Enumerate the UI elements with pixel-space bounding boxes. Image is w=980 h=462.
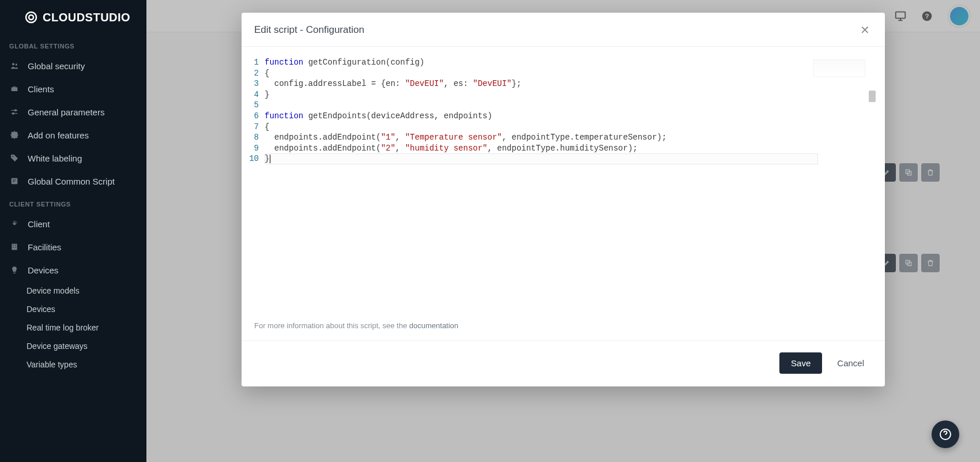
sidebar-subitem-devices[interactable]: Devices — [0, 300, 146, 318]
sidebar-item-label: General parameters — [28, 107, 104, 117]
code-area[interactable]: function getConfiguration(config){ confi… — [265, 57, 885, 319]
sidebar-item-facilities[interactable]: Facilities — [0, 235, 146, 258]
main-area: DEMO ▾ ? Edit script - Configura — [146, 0, 980, 462]
sidebar-subitem-variable-types[interactable]: Variable types — [0, 355, 146, 374]
sidebar-item-clients[interactable]: Clients — [0, 77, 146, 100]
code-line[interactable]: endpoints.addEndpoint("1", "Temperature … — [265, 132, 816, 143]
line-number: 10 — [242, 153, 259, 164]
cancel-button[interactable]: Cancel — [832, 352, 869, 374]
modal-header: Edit script - Configuration ✕ — [242, 13, 885, 47]
briefcase-icon — [9, 84, 20, 94]
sidebar-subitem-device-models[interactable]: Device models — [0, 281, 146, 300]
app-root: CLOUDSTUDIO GLOBAL SETTINGS Global secur… — [0, 0, 980, 462]
modal-body: 12345678910 function getConfiguration(co… — [242, 47, 885, 340]
building-icon — [9, 242, 20, 252]
sidebar-item-global-common-script[interactable]: Global Common Script — [0, 170, 146, 193]
svg-point-0 — [26, 12, 36, 22]
sidebar-subitem-real-time-log-broker[interactable]: Real time log broker — [0, 318, 146, 337]
code-editor[interactable]: 12345678910 function getConfiguration(co… — [242, 47, 885, 319]
close-icon[interactable]: ✕ — [858, 22, 872, 38]
modal-title: Edit script - Configuration — [254, 24, 364, 36]
sidebar-list-client: ClientFacilitiesDevices — [0, 212, 146, 281]
code-line[interactable]: config.addressLabel = {en: "DevEUI", es:… — [265, 78, 816, 89]
line-number: 4 — [242, 89, 259, 100]
code-line[interactable]: function getEndpoints(deviceAddress, end… — [265, 111, 816, 122]
sidebar-item-white-labeling[interactable]: White labeling — [0, 147, 146, 170]
sidebar: CLOUDSTUDIO GLOBAL SETTINGS Global secur… — [0, 0, 146, 462]
line-gutter: 12345678910 — [242, 57, 265, 319]
code-line[interactable] — [265, 100, 816, 111]
line-number: 1 — [242, 57, 259, 68]
sidebar-item-label: Add on features — [28, 130, 89, 140]
line-number: 6 — [242, 111, 259, 122]
modal-footer: Save Cancel — [242, 340, 885, 386]
modal-overlay: Edit script - Configuration ✕ 1234567891… — [146, 0, 980, 462]
bulb-icon — [9, 265, 20, 275]
svg-point-4 — [15, 110, 17, 111]
line-number: 9 — [242, 143, 259, 154]
users-icon — [9, 61, 20, 71]
sliders-icon — [9, 107, 20, 117]
svg-point-2 — [16, 63, 17, 65]
sidebar-item-general-parameters[interactable]: General parameters — [0, 100, 146, 123]
doc-note: For more information about this script, … — [242, 319, 885, 340]
code-line[interactable]: } — [265, 89, 816, 100]
sidebar-item-label: Client — [28, 219, 50, 229]
text-cursor — [270, 155, 270, 163]
svg-rect-7 — [12, 178, 18, 185]
puzzle-icon — [9, 130, 20, 140]
sidebar-item-global-security[interactable]: Global security — [0, 54, 146, 77]
line-number: 2 — [242, 68, 259, 79]
code-line[interactable]: endpoints.addEndpoint("2", "humidity sen… — [265, 143, 816, 154]
sidebar-item-devices[interactable]: Devices — [0, 258, 146, 281]
save-button[interactable]: Save — [779, 352, 822, 374]
brand-logo: CLOUDSTUDIO — [0, 10, 146, 35]
svg-rect-11 — [15, 245, 16, 246]
sidebar-item-add-on-features[interactable]: Add on features — [0, 123, 146, 147]
help-fab[interactable] — [932, 420, 959, 448]
scrollbar-thumb[interactable] — [869, 91, 876, 102]
sidebar-item-label: White labeling — [28, 153, 82, 163]
sidebar-section-client: CLIENT SETTINGS — [0, 193, 146, 212]
sidebar-item-label: Facilities — [28, 242, 61, 252]
svg-point-5 — [13, 112, 14, 114]
sidebar-sublist-devices: Device modelsDevicesReal time log broker… — [0, 281, 146, 374]
tag-icon — [9, 153, 20, 163]
documentation-link[interactable]: documentation — [409, 321, 458, 330]
svg-rect-13 — [15, 247, 16, 247]
svg-rect-10 — [13, 245, 13, 246]
minimap[interactable] — [813, 59, 865, 77]
svg-point-1 — [12, 63, 14, 65]
sidebar-subitem-device-gateways[interactable]: Device gateways — [0, 337, 146, 355]
svg-rect-12 — [13, 247, 13, 247]
edit-script-modal: Edit script - Configuration ✕ 1234567891… — [242, 13, 885, 386]
sidebar-item-label: Devices — [28, 265, 58, 275]
sidebar-list-global: Global securityClientsGeneral parameters… — [0, 54, 146, 193]
gear-icon — [9, 219, 20, 229]
brand-text: CLOUDSTUDIO — [43, 11, 130, 24]
brand-logo-icon — [24, 10, 38, 24]
line-number: 5 — [242, 100, 259, 111]
code-line[interactable]: } — [265, 153, 816, 164]
vertical-scrollbar[interactable] — [869, 56, 876, 379]
line-number: 7 — [242, 122, 259, 133]
svg-rect-9 — [12, 244, 17, 250]
code-line[interactable]: function getConfiguration(config) — [265, 57, 816, 68]
doc-note-text: For more information about this script, … — [254, 321, 409, 330]
line-number: 8 — [242, 132, 259, 143]
code-line[interactable]: { — [265, 122, 816, 133]
code-line[interactable]: { — [265, 68, 816, 79]
sidebar-item-label: Global security — [28, 61, 85, 71]
line-number: 3 — [242, 78, 259, 89]
sidebar-item-label: Clients — [28, 84, 54, 94]
sidebar-section-global: GLOBAL SETTINGS — [0, 35, 146, 54]
script-icon — [9, 176, 20, 186]
sidebar-item-client[interactable]: Client — [0, 212, 146, 235]
svg-point-6 — [12, 156, 13, 157]
svg-rect-3 — [12, 87, 18, 91]
sidebar-item-label: Global Common Script — [28, 176, 115, 186]
